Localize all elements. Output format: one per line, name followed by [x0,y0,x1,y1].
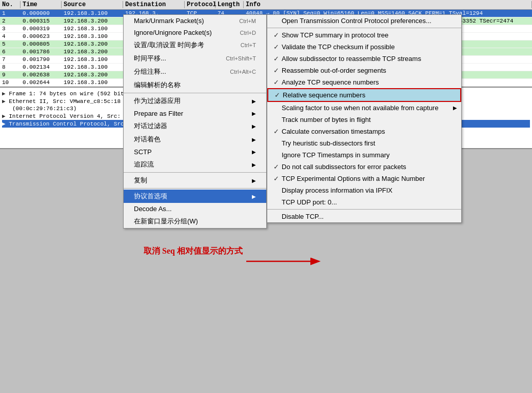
submenu-item-scaling-factor-to-use-whe[interactable]: Scaling factor to use when not available… [267,102,461,114]
check-mark-icon: ✓ [274,91,283,99]
submenu-label: Display process information via IPFIX [282,187,392,194]
submenu-label: Validate the TCP checksum if possible [282,43,395,51]
menu-item-分组注释...[interactable]: 分组注释...Ctrl+Alt+C [124,65,266,78]
check-mark-icon: ✓ [273,31,282,39]
submenu-item-disable-tcp...[interactable]: Disable TCP... [267,211,461,222]
packet-list-header: No. Time Source Destination Protocol Len… [0,0,532,10]
cell-no: 6 [0,49,21,55]
submenu-item-allow-subdissector-to-rea[interactable]: ✓Allow subdissector to reassemble TCP st… [267,53,461,65]
submenu-item-track-number-of-bytes-in-[interactable]: Track number of bytes in flight [267,114,461,126]
cell-no: 9 [0,72,21,78]
cell-time: 0.000805 [21,41,62,47]
menu-label: 在新窗口显示分组(W) [134,217,198,226]
submenu-label: Reassemble out-of-order segments [282,67,386,74]
menu-item-mark/unmark-packet(s[interactable]: Mark/Unmark Packet(s)Ctrl+M [124,15,266,27]
cell-src: 192.168.3.100 [62,10,123,16]
menu-item-时间平移...[interactable]: 时间平移...Ctrl+Shift+T [124,52,266,65]
cell-no: 8 [0,64,21,70]
cell-time: 0.002644 [21,79,62,86]
menu-item-对话着色[interactable]: 对话着色 [124,133,266,146]
cell-time: 0.000315 [21,18,62,24]
cell-src: 192.168.3.100 [62,26,123,32]
menu-label: 设置/取消设置 时间参考 [134,40,204,50]
cell-time: 0.002134 [21,64,62,70]
submenu-item-ignore-tcp-timestamps-in-[interactable]: Ignore TCP Timestamps in summary [267,149,461,161]
cell-time: 0.001790 [21,56,62,63]
cell-no: 7 [0,56,21,63]
submenu-item-try-heuristic-sub-dissect[interactable]: Try heuristic sub-dissectors first [267,137,461,149]
menu-item-作为过滤器应用[interactable]: 作为过滤器应用 [124,94,266,108]
menu-item-协议首选项[interactable]: 协议首选项 [124,190,266,203]
submenu-separator [267,28,461,28]
col-len-header: Length [215,1,244,8]
submenu-item-reassemble-out-of-order-s[interactable]: ✓Reassemble out-of-order segments [267,65,461,76]
submenu-item-validate-the-tcp-checksum[interactable]: ✓Validate the TCP checksum if possible [267,41,461,53]
annotation-text: 取消 Seq 相对值显示的方式 [144,246,243,255]
submenu-item-relative-sequence-numbers[interactable]: ✓Relative sequence numbers [267,88,461,102]
menu-label: Decode As... [134,205,172,213]
cell-time: 0.000000 [21,10,62,16]
submenu-tcp-preferences[interactable]: Open Transmission Control Protocol prefe… [267,14,462,223]
col-src-header: Source [62,1,123,8]
cell-no: 10 [0,79,21,86]
cell-time: 0.000319 [21,26,62,32]
cell-src: 192.168.3.100 [62,64,123,70]
menu-shortcut: Ctrl+Shift+T [226,55,256,61]
menu-item-对话过滤器[interactable]: 对话过滤器 [124,119,266,133]
menu-shortcut: Ctrl+Alt+C [230,69,256,75]
submenu-item-analyze-tcp-sequence-numb[interactable]: ✓Analyze TCP sequence numbers [267,76,461,88]
check-mark-icon: ✓ [273,128,282,135]
cell-no: 3 [0,26,21,32]
menu-item-在新窗口显示分组(w)[interactable]: 在新窗口显示分组(W) [124,215,266,228]
check-mark-icon: ✓ [273,55,282,63]
menu-item-decode-as...[interactable]: Decode As... [124,203,266,215]
check-mark-icon: ✓ [273,67,282,74]
context-menu[interactable]: Mark/Unmark Packet(s)Ctrl+MIgnore/Unigno… [123,14,267,229]
submenu-item-tcp-experimental-options-[interactable]: ✓TCP Experimental Options with a Magic N… [267,173,461,184]
submenu-label: Disable TCP... [282,213,324,220]
cell-src: 192.168.3.200 [62,49,123,55]
check-mark-icon: ✓ [273,163,282,171]
menu-item-编辑解析的名称[interactable]: 编辑解析的名称 [124,78,266,92]
menu-item-prepare-as-filter[interactable]: Prepare as Filter [124,108,266,119]
menu-item-ignore/unignore-pack[interactable]: Ignore/Unignore Packet(s)Ctrl+D [124,27,266,38]
menu-item-设置/取消设置-时间参考[interactable]: 设置/取消设置 时间参考Ctrl+T [124,38,266,52]
menu-label: Mark/Unmark Packet(s) [134,17,204,25]
submenu-item-calculate-conversation-ti[interactable]: ✓Calculate conversation timestamps [267,126,461,137]
menu-shortcut: Ctrl+M [239,18,256,24]
menu-item-追踪流[interactable]: 追踪流 [124,158,266,171]
cell-src: 192.168.3.200 [62,18,123,24]
menu-label: 分组注释... [134,67,166,76]
submenu-item-do-not-call-subdissectors[interactable]: ✓Do not call subdissectors for error pac… [267,161,461,173]
menu-shortcut: Ctrl+T [241,42,256,48]
check-mark-icon: ✓ [273,43,282,51]
submenu-label: Calculate conversation timestamps [282,128,385,135]
cell-no: 4 [0,33,21,39]
cell-no: 1 [0,10,21,16]
menu-label: 复制 [134,176,147,185]
submenu-label: Scaling factor to use when not available… [282,104,439,112]
menu-separator [124,172,266,173]
menu-shortcut: Ctrl+D [240,30,256,36]
submenu-item-show-tcp-summary-in-proto[interactable]: ✓Show TCP summary in protocol tree [267,29,461,41]
menu-item-复制[interactable]: 复制 [124,174,266,187]
cell-time: 0.002638 [21,72,62,78]
submenu-label: TCP Experimental Options with a Magic Nu… [282,175,425,182]
menu-label: 编辑解析的名称 [134,80,181,90]
col-proto-header: Protocol [185,1,215,8]
submenu-label: Open Transmission Control Protocol prefe… [282,17,431,25]
menu-label: 作为过滤器应用 [134,96,181,106]
col-info-header: Info [244,1,532,8]
menu-separator [124,188,266,189]
check-mark-icon: ✓ [273,175,282,182]
menu-label: 对话过滤器 [134,121,167,131]
submenu-item-open-transmission-control[interactable]: Open Transmission Control Protocol prefe… [267,15,461,27]
submenu-item-tcp-udp-port:-0...[interactable]: TCP UDP port: 0... [267,196,461,208]
check-mark-icon: ✓ [273,78,282,86]
cell-src: 192.168.3.200 [62,41,123,47]
menu-item-sctp[interactable]: SCTP [124,146,266,158]
submenu-item-display-process-informati[interactable]: Display process information via IPFIX [267,184,461,196]
menu-label: 时间平移... [134,54,166,63]
menu-label: Prepare as Filter [134,110,183,117]
submenu-label: Allow subdissector to reassemble TCP str… [282,55,421,63]
